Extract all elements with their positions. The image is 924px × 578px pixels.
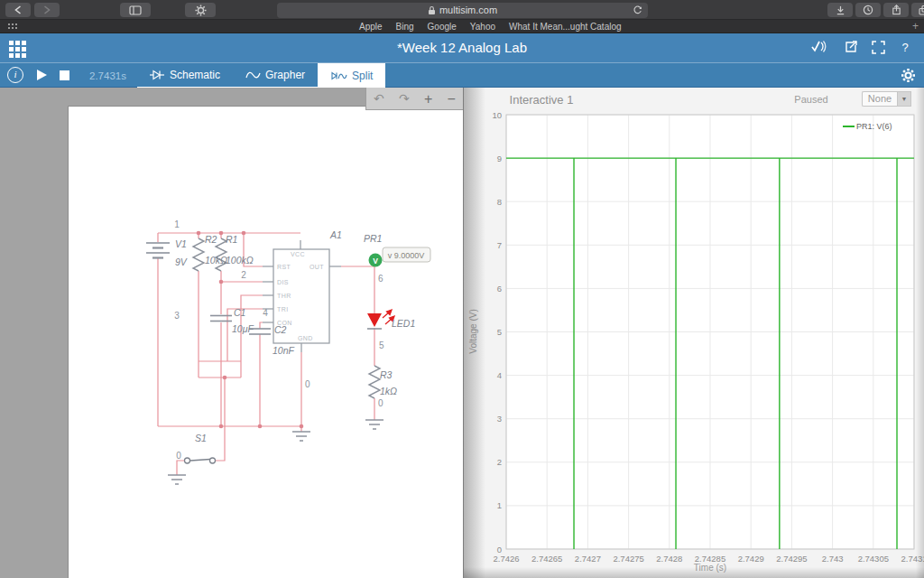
fullscreen-icon[interactable] — [872, 41, 885, 54]
wires[interactable] — [158, 233, 374, 475]
svg-text:VCC: VCC — [291, 251, 305, 257]
trigger-dropdown-arrow[interactable]: ▼ — [897, 91, 911, 107]
led1-ref: LED1 — [392, 318, 415, 329]
x-axis-label: Time (s) — [694, 563, 726, 573]
resistor-r3[interactable] — [369, 366, 380, 398]
simulation-time: 2.7431s — [89, 70, 126, 81]
svg-text:2: 2 — [497, 457, 502, 467]
tab-label: Grapher — [265, 69, 305, 81]
svg-text:4: 4 — [497, 370, 502, 380]
probe-pr1[interactable]: v 9.0000V V — [369, 247, 431, 267]
tab-overview-button[interactable] — [911, 3, 924, 17]
undo-icon[interactable]: ↶ — [374, 88, 384, 110]
svg-text:2.74275: 2.74275 — [613, 554, 643, 564]
svg-text:2.7431: 2.7431 — [901, 554, 924, 564]
browser-toolbar: multisim.com — [0, 0, 924, 20]
probe-value: v 9.0000V — [388, 251, 425, 260]
node-2: 2 — [241, 270, 246, 280]
svg-text:0: 0 — [497, 545, 502, 555]
oscilloscope-chart[interactable]: 0123456789102.74262.742652.74272.742752.… — [464, 113, 924, 578]
svg-text:DIS: DIS — [277, 279, 289, 285]
svg-text:2.74305: 2.74305 — [858, 554, 889, 564]
tab-label: Split — [352, 70, 373, 82]
run-button[interactable] — [37, 70, 47, 80]
page-settings-button[interactable] — [185, 3, 216, 17]
svg-text:9: 9 — [497, 154, 502, 163]
svg-text:2.7427: 2.7427 — [575, 554, 601, 564]
svg-text:8: 8 — [497, 197, 502, 207]
download-icon — [836, 5, 845, 15]
redo-icon[interactable]: ↷ — [399, 88, 410, 110]
timer-ic-a1[interactable]: VCC RST DIS THR TRI CON GND OUT — [263, 240, 341, 352]
schematic-drawing: VCC RST DIS THR TRI CON GND OUT — [0, 88, 463, 578]
r1-value: 100kΩ — [226, 255, 254, 266]
svg-text:6: 6 — [497, 284, 502, 294]
tab-split[interactable]: Split — [318, 63, 385, 88]
led-led1[interactable] — [367, 310, 394, 329]
node-0-s1: 0 — [176, 451, 181, 461]
svg-text:RST: RST — [277, 264, 291, 270]
bookmarks-bar: Apple Bing Google Yahoo What It Mean...u… — [0, 20, 924, 33]
node-3: 3 — [174, 311, 180, 321]
switch-s1[interactable] — [185, 458, 216, 463]
downloads-button[interactable] — [827, 3, 853, 17]
resistor-r2[interactable] — [193, 238, 204, 271]
forward-button[interactable] — [34, 3, 60, 17]
battery-v1[interactable] — [146, 243, 170, 258]
zoom-in-icon[interactable]: + — [424, 88, 432, 110]
stop-button[interactable] — [60, 70, 69, 80]
legend-series-name: PR1: V(6) — [856, 122, 892, 131]
sidebar-button[interactable] — [120, 3, 151, 17]
capacitor-c1[interactable] — [210, 316, 232, 322]
bookmark-item[interactable]: Yahoo — [470, 22, 495, 32]
grapher-pane: Interactive 1 Paused None ▼ PR1: V(6) 01… — [463, 88, 924, 578]
chart-grid — [506, 115, 914, 549]
c1-ref: C1 — [234, 307, 245, 318]
bookmark-item[interactable]: Apple — [359, 22, 383, 32]
c2-value: 10nF — [273, 345, 295, 356]
split-icon — [330, 70, 347, 81]
simulate-convert-icon[interactable] — [810, 39, 830, 55]
a1-ref: A1 — [329, 229, 342, 240]
gear-icon — [195, 5, 207, 16]
screen: multisim.com Apple Bing Google Yahoo Wha… — [0, 0, 924, 578]
lock-icon — [428, 5, 436, 15]
bookmarks-grid-icon[interactable] — [7, 23, 17, 31]
node-1: 1 — [174, 219, 180, 229]
bookmark-item[interactable]: Bing — [396, 22, 414, 32]
simulation-toolbar: i 2.7431s Schematic Grapher Split — [0, 63, 924, 88]
s1-ref: S1 — [195, 433, 207, 443]
refresh-button[interactable] — [633, 5, 642, 17]
back-button[interactable] — [5, 3, 31, 17]
help-icon[interactable]: ? — [899, 41, 911, 54]
ground-symbols[interactable] — [168, 420, 383, 484]
address-bar[interactable]: multisim.com — [277, 3, 648, 18]
history-button[interactable] — [855, 3, 881, 17]
export-icon[interactable] — [844, 40, 858, 54]
schematic-icon — [150, 70, 165, 80]
content-area: ↶ ↷ + − — [0, 88, 924, 578]
gear-icon — [901, 68, 916, 83]
tab-schematic[interactable]: Schematic — [137, 63, 233, 88]
c1-value: 10μF — [232, 323, 254, 334]
svg-text:GND: GND — [298, 335, 313, 341]
zoom-out-icon[interactable]: − — [448, 88, 456, 110]
v1-ref: V1 — [175, 238, 187, 249]
bookmark-item[interactable]: Google — [428, 22, 457, 32]
new-bookmark-tab-icon[interactable]: + — [912, 20, 919, 33]
tab-grapher[interactable]: Grapher — [233, 63, 318, 88]
svg-text:1: 1 — [497, 500, 502, 510]
schematic-pane: ↶ ↷ + − — [0, 88, 463, 578]
chevron-left-icon — [14, 5, 22, 14]
r2-value: 10kΩ — [205, 255, 227, 266]
share-button[interactable] — [883, 3, 909, 17]
svg-text:7: 7 — [497, 240, 502, 250]
node-4: 4 — [263, 308, 268, 318]
svg-text:2.74295: 2.74295 — [776, 554, 807, 564]
trigger-select[interactable]: None — [862, 91, 897, 107]
legend-color-swatch — [843, 126, 855, 127]
info-icon[interactable]: i — [7, 67, 23, 83]
settings-gear-button[interactable] — [901, 68, 916, 87]
bookmark-item[interactable]: What It Mean...ught Catalog — [509, 22, 622, 32]
svg-text:THR: THR — [277, 293, 291, 299]
